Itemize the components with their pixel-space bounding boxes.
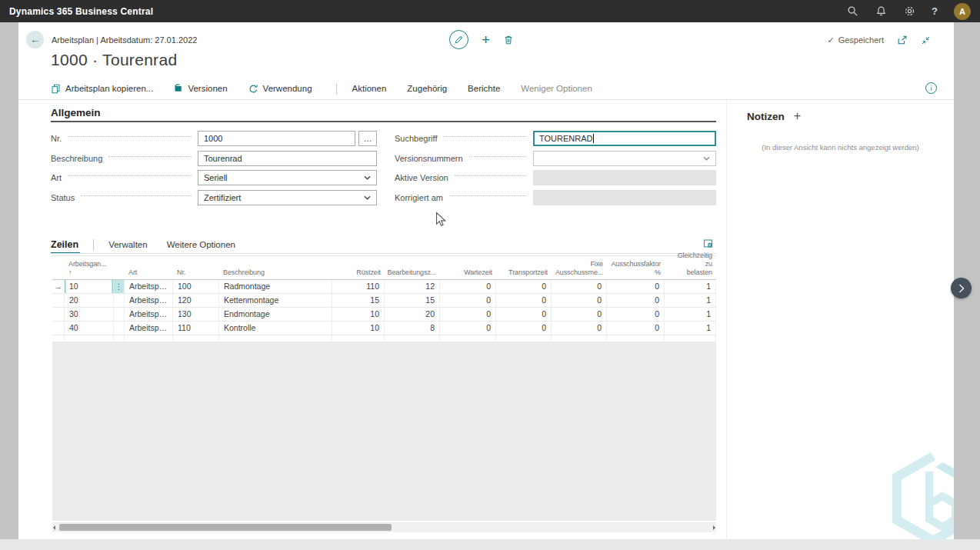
table-cell[interactable]: Arbeitsplatz...	[125, 280, 173, 293]
table-cell[interactable]: Kettenmontage	[219, 294, 332, 307]
lines-more-options[interactable]: Weitere Optionen	[167, 240, 235, 249]
add-note-button[interactable]: +	[794, 110, 801, 122]
breadcrumb[interactable]: Arbeitsplan | Arbeitsdatum: 27.01.2022	[52, 35, 197, 45]
table-cell[interactable]: 0	[552, 294, 607, 307]
table-cell[interactable]: 0	[607, 308, 665, 321]
collapse-icon[interactable]	[921, 35, 931, 45]
table-cell[interactable]: 30	[65, 308, 114, 321]
table-cell[interactable]: 110	[332, 280, 385, 293]
art-select[interactable]: Seriell	[198, 170, 377, 185]
copy-routing-action[interactable]: Arbeitsplan kopieren...	[51, 84, 153, 94]
menu-actions[interactable]: Aktionen	[352, 84, 387, 93]
versions-action[interactable]: Versionen	[174, 84, 227, 93]
notifications-icon[interactable]	[875, 5, 887, 18]
column-header[interactable]: Transportzeit	[496, 256, 552, 279]
table-cell[interactable]: 0	[607, 280, 665, 293]
table-row[interactable]: 40Arbeitsplatz110Kontrolle10800001	[52, 322, 716, 335]
table-cell[interactable]: Kontrolle	[219, 322, 332, 335]
beschreibung-input[interactable]: Tourenrad	[198, 151, 377, 166]
table-cell[interactable]: 0	[496, 280, 552, 293]
avatar[interactable]: A	[954, 3, 971, 20]
table-cell[interactable]: Arbeitsplatz	[125, 294, 173, 307]
table-cell[interactable]: 110	[173, 322, 219, 335]
table-cell[interactable]: 0	[496, 322, 552, 335]
table-cell[interactable]: 120	[173, 294, 219, 307]
table-cell[interactable]: 1	[665, 280, 716, 293]
column-header[interactable]: Beschreibung	[219, 256, 332, 279]
usage-action[interactable]: Verwendung	[248, 84, 312, 94]
table-cell[interactable]: Endmontage	[219, 308, 332, 321]
back-button[interactable]: ←	[26, 31, 44, 48]
column-header[interactable]: Rüstzeit	[332, 256, 385, 279]
table-cell[interactable]: 15	[385, 294, 440, 307]
column-header[interactable]: Nr.	[173, 256, 219, 279]
table-cell[interactable]: 0	[607, 322, 665, 335]
column-header[interactable]: Bearbeitungsz...	[385, 256, 440, 279]
table-cell[interactable]: 10	[332, 308, 385, 321]
row-menu-button[interactable]: ⋮	[114, 280, 125, 293]
menu-reports[interactable]: Berichte	[468, 84, 500, 93]
edit-button[interactable]	[449, 30, 468, 49]
table-cell[interactable]: Arbeitsplatz	[125, 322, 173, 335]
focus-mode-icon[interactable]	[703, 238, 713, 248]
nr-input[interactable]: 1000	[198, 131, 355, 146]
table-cell[interactable]: 8	[385, 322, 440, 335]
table-cell[interactable]: 40	[65, 322, 114, 335]
column-header[interactable]: Art	[125, 256, 173, 279]
delete-button[interactable]	[503, 35, 514, 45]
scroll-left-arrow[interactable]	[53, 525, 55, 530]
open-in-window-icon[interactable]	[897, 35, 908, 45]
dotted-leader	[68, 175, 192, 176]
table-cell[interactable]: 0	[440, 294, 496, 307]
table-cell[interactable]: 10	[65, 280, 114, 293]
table-cell[interactable]: 0	[496, 294, 552, 307]
search-icon[interactable]	[846, 5, 858, 18]
table-cell[interactable]: 15	[332, 294, 385, 307]
table-cell[interactable]: 0	[552, 308, 607, 321]
suchbegriff-input[interactable]: TOURENRAD	[533, 131, 716, 146]
table-cell[interactable]: 1	[665, 294, 716, 307]
table-cell[interactable]: 0	[440, 308, 496, 321]
table-row[interactable]: →10⋮Arbeitsplatz...100Radmontage11012000…	[52, 280, 716, 294]
scroll-right-arrow[interactable]	[713, 525, 715, 530]
table-cell[interactable]: 0	[552, 322, 607, 335]
table-cell[interactable]: Arbeitsplatz	[125, 308, 173, 321]
less-options[interactable]: Weniger Optionen	[521, 84, 592, 93]
scrollbar-thumb[interactable]	[59, 524, 392, 531]
empty-table-row[interactable]	[52, 335, 716, 342]
table-cell[interactable]: 20	[65, 294, 114, 307]
scroll-page-right-button[interactable]	[951, 278, 972, 298]
table-cell[interactable]: 12	[385, 280, 440, 293]
table-cell[interactable]: 100	[173, 280, 219, 293]
section-title-general[interactable]: Allgemein	[51, 107, 101, 118]
table-cell[interactable]: 130	[173, 308, 219, 321]
table-cell[interactable]: 0	[496, 308, 552, 321]
column-header[interactable]: Arbeitsgan... ↑	[65, 256, 114, 279]
horizontal-scrollbar[interactable]	[52, 522, 716, 532]
assist-edit-button[interactable]: …	[358, 131, 377, 146]
table-cell[interactable]: 0	[440, 280, 496, 293]
help-icon[interactable]: ?	[932, 5, 938, 17]
lines-tab[interactable]: Zeilen	[51, 239, 78, 250]
table-row[interactable]: 30Arbeitsplatz130Endmontage102000001	[52, 308, 716, 322]
column-header[interactable]: Ausschussfaktor %	[607, 256, 665, 279]
table-cell[interactable]: 1	[665, 308, 716, 321]
table-cell[interactable]: 20	[385, 308, 440, 321]
table-cell[interactable]: 0	[440, 322, 496, 335]
table-cell[interactable]: 0	[552, 280, 607, 293]
info-icon[interactable]: i	[925, 82, 937, 94]
table-cell[interactable]: 1	[665, 322, 716, 335]
new-button[interactable]: +	[482, 32, 490, 47]
table-row[interactable]: 20Arbeitsplatz120Kettenmontage151500001	[52, 294, 716, 308]
status-select[interactable]: Zertifiziert	[198, 190, 377, 205]
column-header[interactable]: Wartezeit	[440, 256, 496, 279]
table-cell[interactable]: 10	[332, 322, 385, 335]
lines-manage-menu[interactable]: Verwalten	[108, 240, 148, 249]
menu-related[interactable]: Zugehörig	[407, 84, 447, 93]
column-header[interactable]: Gleichzeitig zu belasten	[665, 256, 716, 279]
settings-icon[interactable]	[903, 5, 915, 18]
versionsnummern-select[interactable]	[533, 151, 716, 166]
table-cell[interactable]: Radmontage	[219, 280, 332, 293]
table-cell[interactable]: 0	[607, 294, 665, 307]
column-header[interactable]: Fixe Ausschussme...	[552, 256, 607, 279]
